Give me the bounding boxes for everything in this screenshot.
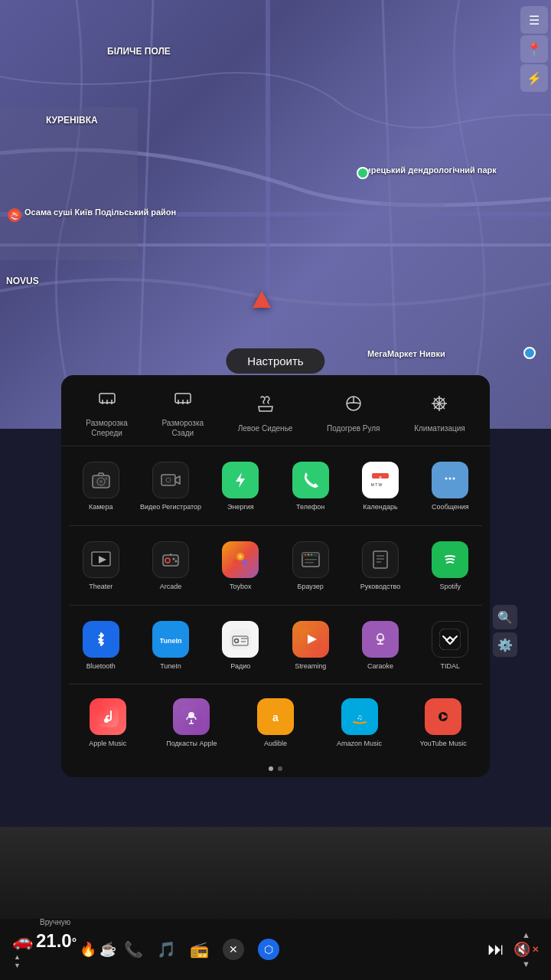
svg-rect-26	[161, 475, 175, 485]
map-controls: ☰ 📍 ⚡	[517, 0, 551, 98]
messages-label: Сообщения	[432, 503, 469, 511]
phone-bottom-btn[interactable]: 📞	[124, 940, 143, 959]
svg-point-35	[449, 478, 452, 480]
climate-defrost-front-label: РазморозкаСпереди	[86, 418, 128, 438]
app-theater[interactable]: Theater	[66, 534, 135, 597]
browser-label: Браузер	[297, 583, 323, 591]
radio-bottom-btn[interactable]: 📻	[190, 940, 209, 959]
svg-point-25	[105, 478, 107, 480]
app-amazon-music[interactable]: ♫ Amazon Music	[318, 691, 402, 754]
temperature-display: 21.0°	[36, 930, 77, 952]
svg-point-47	[239, 555, 242, 558]
youtube-music-label: YouTube Music	[420, 740, 467, 748]
tunein-icon: TuneIn	[152, 621, 189, 658]
app-manual[interactable]: Руководство	[345, 534, 415, 597]
apps-row1: Камера Видео Регистратор Энергия	[61, 446, 490, 525]
app-streaming[interactable]: Streaming	[276, 613, 345, 677]
apps-row2: Theater Arcade	[61, 526, 490, 605]
app-calendar[interactable]: 9 M T W Календарь	[345, 454, 415, 518]
apps-row3: Bluetooth TuneIn TuneIn	[61, 606, 490, 684]
apps-music-row: Apple Music По	[61, 684, 490, 763]
app-tunein[interactable]: TuneIn TuneIn	[135, 613, 205, 677]
seat-heat-label: Левое Сиденье	[238, 423, 293, 433]
app-bluetooth[interactable]: Bluetooth	[66, 613, 135, 677]
page-dot-2[interactable]	[278, 766, 282, 771]
volume-up-btn[interactable]: ▲	[522, 930, 530, 939]
bluetooth-bottom-btn[interactable]: ⬡	[258, 939, 279, 960]
svg-point-24	[99, 480, 103, 483]
podcasts-icon	[173, 698, 210, 735]
app-camera[interactable]: Камера	[66, 454, 135, 518]
app-apple-music[interactable]: Apple Music	[66, 691, 150, 754]
ac-icon	[429, 393, 450, 419]
app-arcade[interactable]: Arcade	[135, 534, 205, 597]
energy-icon	[222, 462, 259, 498]
apple-music-label: Apple Music	[89, 740, 126, 748]
climate-steering-heat[interactable]: Подогрев Руля	[327, 393, 380, 433]
manual-label: Вручную	[40, 918, 70, 926]
svg-point-41	[172, 557, 174, 560]
map-zap-icon[interactable]: ⚡	[520, 64, 548, 92]
app-spotify[interactable]: Spotify	[416, 534, 485, 597]
app-caraoke[interactable]: Caraoke	[345, 613, 415, 677]
filter-icon[interactable]: ⚙️	[493, 632, 517, 657]
volume-icon: 🔇	[514, 941, 530, 958]
car-icon: 🚗	[12, 931, 33, 951]
bluetooth-label: Bluetooth	[86, 662, 116, 671]
climate-seat-heat[interactable]: Левое Сиденье	[238, 393, 293, 433]
svg-rect-75	[439, 629, 461, 650]
pagination-dots	[61, 763, 490, 777]
climate-row: РазморозкаСпереди РазморозкаСзади	[61, 375, 490, 446]
bottom-bar: Вручную 🚗 21.0° ▲ ▼ 🔥 ☕ 📞 🎵 📻 ✕ ⬡	[0, 919, 551, 980]
app-energy[interactable]: Энергия	[206, 454, 276, 518]
app-podcasts[interactable]: Подкасты Apple	[150, 691, 234, 754]
map-location-icon[interactable]: 📍	[520, 35, 548, 63]
messages-icon	[432, 462, 468, 498]
climate-ac[interactable]: Климатизация	[414, 393, 465, 433]
map-label-biliche: БІЛИЧЕ ПОЛЕ	[107, 46, 171, 57]
search-icon[interactable]: 🔍	[493, 605, 517, 629]
app-dvr[interactable]: Видео Регистратор	[135, 454, 205, 518]
tidal-icon	[432, 621, 468, 658]
page-dot-1[interactable]	[269, 766, 273, 771]
amazon-music-icon: ♫	[341, 698, 378, 735]
audible-icon: a	[257, 698, 294, 735]
svg-point-45	[233, 560, 239, 566]
app-messages[interactable]: Сообщения	[416, 454, 485, 518]
app-phone[interactable]: Телефон	[276, 454, 345, 518]
map-label-mega: МегаМаркет Нивки	[367, 349, 445, 358]
volume-down-btn[interactable]: ▼	[522, 959, 530, 969]
phone-label: Телефон	[296, 503, 324, 511]
climate-defrost-front[interactable]: РазморозкаСпереди	[86, 387, 128, 438]
streaming-label: Streaming	[295, 662, 326, 671]
radio-label: Радио	[230, 662, 250, 671]
app-browser[interactable]: Браузер	[276, 534, 345, 597]
youtube-music-icon	[425, 698, 461, 735]
app-radio[interactable]: Радио	[206, 613, 276, 677]
skip-next-btn[interactable]: ⏭	[487, 939, 504, 959]
caraoke-label: Caraoke	[367, 662, 393, 671]
spotify-bottom-btn[interactable]: 🎵	[157, 940, 176, 959]
seat-heat-icon	[255, 393, 276, 419]
temp-down-btn[interactable]: ▼	[14, 962, 21, 969]
dvr-icon	[152, 462, 189, 498]
camera-label: Камера	[89, 503, 112, 511]
defrost-rear-icon	[172, 387, 194, 413]
svg-point-34	[445, 478, 448, 480]
map-label-kuren: КУРЕНІВКА	[46, 115, 98, 126]
app-youtube-music[interactable]: YouTube Music	[401, 691, 485, 754]
bluetooth-icon	[83, 621, 119, 658]
manual-label: Руководство	[360, 583, 401, 591]
climate-defrost-rear[interactable]: РазморозкаСзади	[162, 387, 204, 438]
temp-up-btn[interactable]: ▲	[14, 953, 21, 961]
app-audible[interactable]: a Audible	[233, 691, 318, 754]
app-toybox[interactable]: Toybox	[206, 534, 276, 597]
svg-rect-55	[373, 551, 387, 568]
app-tidal[interactable]: TIDAL	[416, 613, 485, 677]
bottom-right-controls: ⏭ ▲ 🔇 ✕ ▼	[487, 930, 539, 969]
phone-icon	[292, 462, 329, 498]
close-bottom-btn[interactable]: ✕	[223, 939, 244, 960]
svg-point-36	[453, 478, 455, 480]
map-menu-icon[interactable]: ☰	[520, 6, 548, 34]
nastroit-button[interactable]: Настроить	[226, 348, 324, 374]
